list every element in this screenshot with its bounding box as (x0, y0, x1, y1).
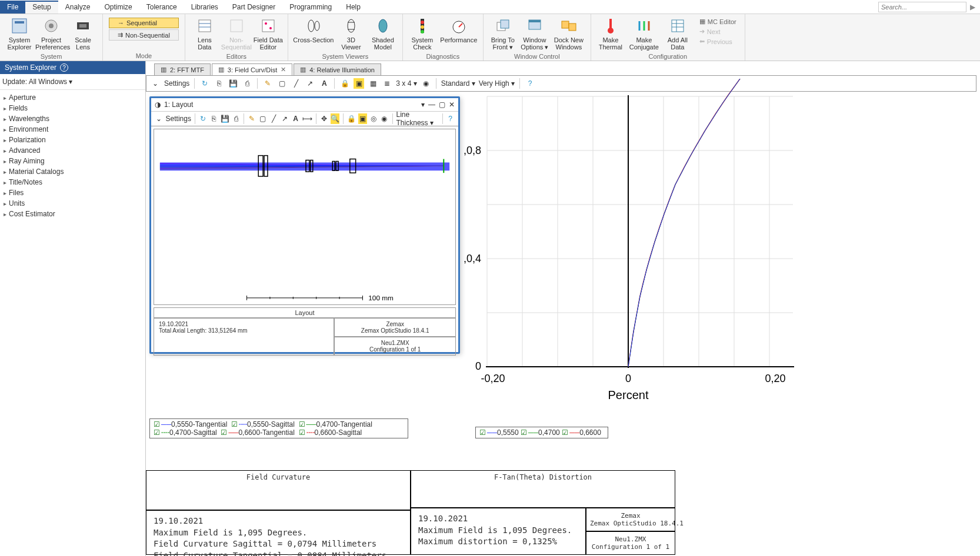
highlight-icon[interactable]: ▣ (358, 113, 367, 124)
tree-item-aperture[interactable]: Aperture (0, 92, 145, 103)
save-icon[interactable]: 💾 (221, 113, 229, 124)
print-icon[interactable]: ⎙ (232, 113, 241, 124)
project-preferences-button[interactable]: ProjectPreferences (35, 15, 67, 52)
line-icon[interactable]: ╱ (269, 113, 278, 124)
scale-lens-button[interactable]: ScaleLens (67, 15, 99, 52)
lock-icon[interactable]: 🔒 (339, 78, 350, 89)
lock-icon[interactable]: 🔒 (347, 113, 356, 124)
bring-to-front-button[interactable]: Bring ToFront ▾ (487, 15, 519, 52)
expand-icon[interactable]: ⌄ (155, 113, 164, 124)
maximize-icon[interactable]: ▢ (439, 101, 445, 109)
close-icon[interactable]: ✕ (449, 101, 455, 109)
minimize-icon[interactable]: — (428, 101, 435, 109)
legend-item[interactable]: ╌╌0,4700-Sagittal (154, 428, 221, 437)
grid3-icon[interactable]: ▦ (368, 78, 378, 89)
tab-rel-illum[interactable]: ▥4: Relative Illumination (294, 63, 381, 75)
tab-fft-mtf[interactable]: ▥2: FFT MTF (154, 63, 211, 75)
expand-icon[interactable]: ⌄ (150, 78, 161, 89)
sequential-mode-button[interactable]: →Sequential (109, 18, 179, 28)
tree-item-files[interactable]: Files (0, 187, 145, 198)
make-conjugate-button[interactable]: MakeConjugate (626, 15, 662, 52)
legend-item[interactable]: ──0,4700 (521, 428, 562, 437)
tab-field-curv[interactable]: ▥3: Field Curv/Dist✕ (212, 63, 292, 75)
tree-item-environment[interactable]: Environment (0, 124, 145, 135)
search-go-icon[interactable]: ▶ (970, 3, 975, 11)
target-icon[interactable]: ◉ (421, 78, 431, 89)
line-thickness-dropdown[interactable]: Line Thickness ▾ (396, 110, 439, 127)
move-icon[interactable]: ✥ (320, 113, 329, 124)
refresh-icon[interactable]: ↻ (199, 78, 210, 89)
legend-item[interactable]: ──0,5550 (479, 428, 521, 437)
search-input[interactable] (878, 2, 966, 12)
dock-new-windows-button[interactable]: Dock NewWindows (551, 15, 587, 52)
add-all-data-button[interactable]: Add AllData (662, 15, 694, 52)
tree-item-units[interactable]: Units (0, 198, 145, 209)
refresh-icon[interactable]: ↻ (199, 113, 208, 124)
layout-settings-button[interactable]: Settings (166, 115, 191, 123)
settings-button[interactable]: Settings (164, 79, 189, 88)
tree-item-title-notes[interactable]: Title/Notes (0, 177, 145, 187)
menu-setup[interactable]: Setup (25, 1, 58, 14)
copy-icon[interactable]: ⎘ (209, 113, 218, 124)
menu-analyze[interactable]: Analyze (58, 1, 98, 14)
layout-window[interactable]: ◑ 1: Layout ▾ — ▢ ✕ ⌄ Settings ↻ ⎘ 💾 ⎙ ✎ (149, 96, 460, 354)
dropdown-icon[interactable]: ▾ (421, 101, 425, 109)
stack-icon[interactable]: ≣ (382, 78, 392, 89)
cross-section-button[interactable]: Cross-Section (292, 15, 335, 45)
menu-optimize[interactable]: Optimize (97, 1, 139, 14)
help-icon[interactable]: ? (446, 113, 455, 124)
tree-item-advanced[interactable]: Advanced (0, 145, 145, 156)
pencil-icon[interactable]: ✎ (262, 78, 273, 89)
menu-libraries[interactable]: Libraries (184, 1, 225, 14)
nonsequential-mode-button[interactable]: ⇉Non-Sequential (109, 29, 179, 41)
legend-item[interactable]: ──0,5550-Tangential (154, 420, 231, 428)
menu-programming[interactable]: Programming (282, 1, 339, 14)
layout-canvas[interactable]: 100 mm (154, 129, 456, 305)
rect-icon[interactable]: ▢ (259, 113, 268, 124)
field-data-editor-button[interactable]: Field DataEditor (252, 15, 284, 52)
layout-window-titlebar[interactable]: ◑ 1: Layout ▾ — ▢ ✕ (151, 98, 458, 111)
legend-item[interactable]: ╌╌0,5550-Sagittal (231, 420, 298, 428)
window-options-button[interactable]: WindowOptions ▾ (519, 15, 551, 52)
menu-file[interactable]: File (0, 1, 25, 14)
pencil-icon[interactable]: ✎ (248, 113, 256, 124)
menu-part-designer[interactable]: Part Designer (225, 1, 282, 14)
menu-tolerance[interactable]: Tolerance (139, 1, 184, 14)
target-icon[interactable]: ◉ (380, 113, 389, 124)
copy-icon[interactable]: ⎘ (214, 78, 224, 89)
performance-button[interactable]: Performance (438, 15, 479, 45)
tree-item-cost-estimator[interactable]: Cost Estimator (0, 209, 145, 219)
line-icon[interactable]: ╱ (291, 78, 301, 89)
shaded-model-button[interactable]: ShadedModel (367, 15, 399, 52)
make-thermal-button[interactable]: MakeThermal (595, 15, 626, 52)
system-check-button[interactable]: SystemCheck (406, 15, 438, 52)
print-icon[interactable]: ⎙ (242, 78, 252, 89)
legend-item[interactable]: ──0,6600 (562, 428, 603, 437)
save-icon[interactable]: 💾 (228, 78, 238, 89)
legend-item[interactable]: ╌╌0,6600-Sagittal (299, 428, 366, 437)
ruler-icon[interactable]: ⟼ (302, 113, 312, 124)
grid-size-dropdown[interactable]: 3 x 4 ▾ (396, 79, 416, 88)
update-dropdown[interactable]: Update: All Windows ▾ (0, 74, 145, 90)
arrow-icon[interactable]: ↗ (305, 78, 315, 89)
system-explorer-button[interactable]: SystemExplorer (4, 15, 35, 52)
tab-close-icon[interactable]: ✕ (281, 66, 286, 73)
legend-item[interactable]: ──0,6600-Tangential (221, 428, 298, 437)
arrow-icon[interactable]: ↗ (281, 113, 289, 124)
text-icon[interactable]: A (319, 78, 329, 89)
mc-editor-link[interactable]: ▦MC Editor (697, 16, 739, 26)
lens-data-button[interactable]: LensData (189, 15, 221, 52)
highlight-icon[interactable]: ▣ (354, 78, 364, 89)
text-icon[interactable]: A (291, 113, 300, 124)
tree-item-fields[interactable]: Fields (0, 103, 145, 113)
zoom-icon[interactable]: 🔍 (331, 113, 339, 124)
help-icon[interactable]: ? (60, 63, 68, 72)
menu-help[interactable]: Help (339, 1, 368, 14)
3d-viewer-button[interactable]: 3DViewer (335, 15, 367, 52)
tree-item-polarization[interactable]: Polarization (0, 135, 145, 145)
rect-icon[interactable]: ▢ (276, 78, 287, 89)
tree-item-material-catalogs[interactable]: Material Catalogs (0, 166, 145, 177)
legend-item[interactable]: ──0,4700-Tangential (299, 420, 376, 428)
tree-item-wavelengths[interactable]: Wavelengths (0, 113, 145, 124)
target2-icon[interactable]: ◎ (369, 113, 378, 124)
